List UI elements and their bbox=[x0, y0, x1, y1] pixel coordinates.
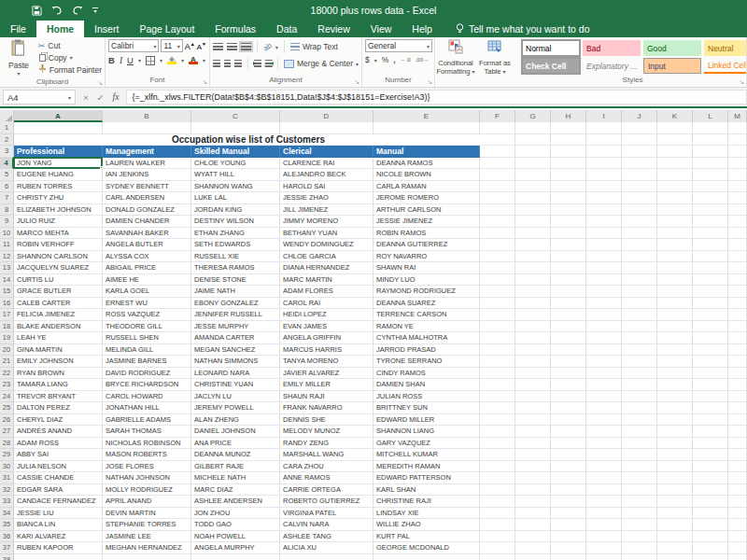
grid-cell[interactable] bbox=[657, 192, 693, 204]
customer-name-cell[interactable]: EDWARD PATTERSON bbox=[374, 472, 480, 484]
grid-cell[interactable] bbox=[728, 554, 747, 560]
grid-cell[interactable] bbox=[515, 216, 551, 228]
insert-function-icon[interactable]: fx bbox=[113, 92, 120, 102]
grid-cell[interactable] bbox=[551, 309, 586, 321]
center-icon[interactable] bbox=[224, 60, 232, 67]
customer-name-cell[interactable]: ADAM ROSS bbox=[14, 438, 103, 450]
grid-cell[interactable] bbox=[693, 356, 728, 368]
customer-name-cell[interactable]: JULIO RUIZ bbox=[14, 216, 103, 228]
grid-cell[interactable] bbox=[728, 344, 747, 357]
grid-cell[interactable] bbox=[551, 356, 586, 368]
grid-cell[interactable] bbox=[693, 449, 728, 461]
grid-cell[interactable] bbox=[515, 181, 551, 193]
grid-cell[interactable] bbox=[551, 332, 586, 344]
grid-cell[interactable] bbox=[586, 496, 622, 508]
occupation-header-professional[interactable]: Professional bbox=[14, 146, 103, 158]
customer-name-cell[interactable]: CAROL HOWARD bbox=[103, 391, 191, 403]
grid-cell[interactable] bbox=[622, 216, 657, 228]
grid-cell[interactable] bbox=[693, 274, 728, 287]
grid-cell[interactable] bbox=[551, 531, 586, 543]
customer-name-cell[interactable]: SHANNON LIANG bbox=[374, 426, 480, 438]
conditional-formatting-button[interactable]: Conditional Formatting ▾ bbox=[435, 37, 476, 87]
grid-cell[interactable] bbox=[480, 414, 515, 427]
decrease-indent-icon[interactable] bbox=[254, 60, 261, 67]
customer-name-cell[interactable]: CHRISTINE RAJI bbox=[374, 496, 480, 508]
grid-cell[interactable] bbox=[551, 251, 586, 263]
grid-cell[interactable] bbox=[657, 181, 693, 193]
customer-name-cell[interactable]: MELODY MUNOZ bbox=[280, 426, 374, 438]
customer-name-cell[interactable]: ASHLEE ANDERSEN bbox=[191, 496, 280, 508]
customer-name-cell[interactable]: ASHLEE TANG bbox=[280, 531, 374, 543]
cell-style-normal[interactable]: Normal bbox=[522, 40, 580, 56]
customer-name-cell[interactable]: DAVID RODRIGUEZ bbox=[103, 368, 191, 380]
tab-home[interactable]: Home bbox=[36, 21, 84, 37]
grid-cell[interactable] bbox=[586, 309, 622, 321]
customer-name-cell[interactable]: ANGELA BUTLER bbox=[103, 239, 191, 251]
grid-cell[interactable] bbox=[14, 122, 103, 134]
grid-cell[interactable] bbox=[586, 158, 622, 170]
row-header-12[interactable]: 12 bbox=[0, 251, 14, 263]
decrease-decimal-icon[interactable]: .00→ bbox=[416, 57, 429, 63]
grid-cell[interactable] bbox=[551, 542, 586, 554]
grid-cell[interactable] bbox=[480, 192, 515, 204]
customer-name-cell[interactable]: RUBEN TORRES bbox=[14, 181, 103, 193]
row-header-37[interactable]: 37 bbox=[0, 542, 14, 554]
grid-cell[interactable] bbox=[551, 508, 586, 520]
grid-cell[interactable] bbox=[586, 169, 622, 181]
grid-cell[interactable] bbox=[480, 379, 515, 391]
grid-cell[interactable] bbox=[728, 309, 747, 321]
occupation-header-clerical[interactable]: Clerical bbox=[280, 146, 374, 158]
customer-name-cell[interactable]: CURTIS LU bbox=[14, 274, 103, 287]
grid-cell[interactable] bbox=[515, 368, 551, 380]
customer-name-cell[interactable]: RAYMOND RODRIGUEZ bbox=[374, 286, 480, 298]
grid-cell[interactable] bbox=[551, 496, 586, 508]
grid-cell[interactable] bbox=[657, 461, 693, 473]
grid-cell[interactable] bbox=[586, 192, 622, 204]
grid-cell[interactable] bbox=[622, 228, 657, 240]
row-header-31[interactable]: 31 bbox=[0, 472, 14, 484]
grid-cell[interactable] bbox=[586, 181, 622, 193]
grid-cell[interactable] bbox=[622, 146, 657, 158]
grid-cell[interactable] bbox=[586, 344, 622, 357]
tab-formulas[interactable]: Formulas bbox=[204, 21, 266, 37]
grid-cell[interactable] bbox=[551, 181, 586, 193]
customer-name-cell[interactable]: DAMIEN SHAN bbox=[374, 379, 480, 391]
customer-name-cell[interactable]: JENNIFER RUSSELL bbox=[191, 309, 280, 321]
grid-cell[interactable] bbox=[480, 438, 515, 450]
customer-name-cell[interactable]: ROSS VAZQUEZ bbox=[103, 309, 191, 321]
grid-cell[interactable] bbox=[551, 344, 586, 357]
grid-cell[interactable] bbox=[515, 356, 551, 368]
grid-cell[interactable] bbox=[657, 519, 693, 531]
grid-cell[interactable] bbox=[480, 262, 515, 274]
grid-cell[interactable] bbox=[657, 134, 693, 147]
cell-style-input[interactable]: Input bbox=[643, 58, 701, 74]
grid-cell[interactable] bbox=[515, 508, 551, 520]
grid-cell[interactable] bbox=[622, 531, 657, 543]
grid-cell[interactable] bbox=[480, 461, 515, 473]
grid-cell[interactable] bbox=[515, 379, 551, 391]
customer-name-cell[interactable]: JOSE FLORES bbox=[103, 461, 191, 473]
percent-style-icon[interactable]: % bbox=[382, 55, 389, 64]
grid-cell[interactable] bbox=[586, 122, 622, 134]
customer-name-cell[interactable]: JILL JIMENEZ bbox=[280, 204, 374, 217]
customer-name-cell[interactable]: LINDSAY XIE bbox=[374, 508, 480, 520]
grid-cell[interactable] bbox=[551, 449, 586, 461]
row-header-6[interactable]: 6 bbox=[0, 181, 14, 193]
grid-cell[interactable] bbox=[657, 298, 693, 310]
grid-cell[interactable] bbox=[515, 204, 551, 217]
customer-name-cell[interactable]: EMILY JOHNSON bbox=[14, 356, 103, 368]
grid-cell[interactable] bbox=[551, 368, 586, 380]
grid-cell[interactable] bbox=[551, 286, 586, 298]
grid-cell[interactable] bbox=[657, 484, 693, 497]
grid-cell[interactable] bbox=[586, 391, 622, 403]
row-header-15[interactable]: 15 bbox=[0, 286, 14, 298]
grid-cell[interactable] bbox=[728, 146, 747, 158]
grid-cell[interactable] bbox=[551, 122, 586, 134]
row-header-8[interactable]: 8 bbox=[0, 204, 14, 217]
grid-cell[interactable] bbox=[728, 531, 747, 543]
grid-cell[interactable] bbox=[728, 122, 747, 134]
grid-cell[interactable] bbox=[480, 274, 515, 287]
column-header-l[interactable]: L bbox=[693, 110, 728, 122]
customer-name-cell[interactable]: ROY NAVARRO bbox=[374, 251, 480, 263]
grid-cell[interactable] bbox=[622, 204, 657, 217]
